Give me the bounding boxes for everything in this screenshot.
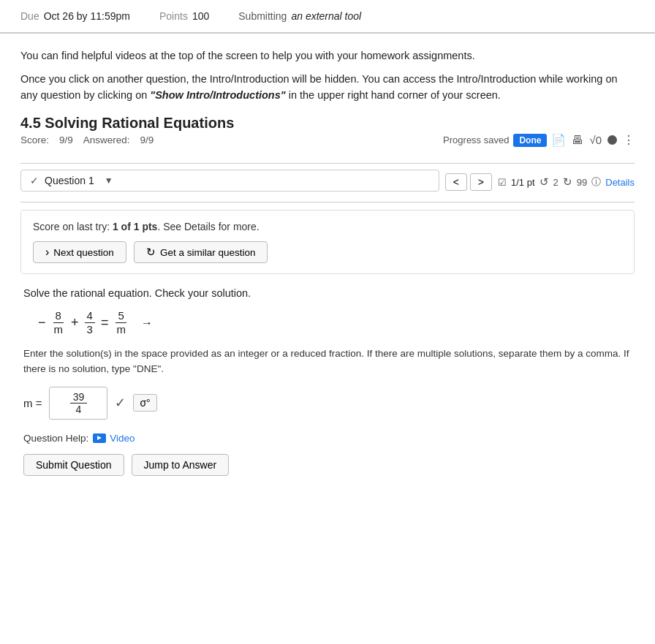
sqrt-icon: √0 [589,134,602,146]
sigma-button[interactable]: σ° [133,394,156,412]
answer-row: m = 39 4 ✓ σ° [23,387,632,420]
title-score-col: 4.5 Solving Rational Equations Score: 9/… [20,115,635,157]
equals-sign: = [101,315,109,330]
score-line: Score: 9/9 Answered: 9/9 Progress saved … [20,133,635,147]
video-label: Video [110,433,135,444]
frac2: 4 3 [85,309,95,336]
score-try-pre: Score on last try: [33,221,113,232]
frac1: 8 m [52,309,66,336]
info-line1: You can find helpful videos at the top o… [20,48,635,64]
answer-den: 4 [73,404,85,415]
due-label: Due [20,10,39,22]
jump-to-answer-button[interactable]: Jump to Answer [132,454,230,476]
cursor-arrow-icon: → [141,317,153,330]
plus-sign: + [71,315,79,330]
answered-value: 9/9 [140,135,154,145]
answered-label: Answered: [83,135,130,145]
score-try-text: Score on last try: 1 of 1 pts. See Detai… [33,221,622,232]
info-icon[interactable]: ⓘ [591,175,601,189]
similar-icon: ↻ [146,246,156,259]
done-badge[interactable]: Done [513,134,547,147]
content-area: You can find helpful videos at the top o… [0,34,655,476]
nav-buttons: < > [445,173,492,191]
more-options-icon[interactable]: ⋮ [623,133,635,147]
answer-fraction: 39 4 [70,391,88,415]
action-buttons: › Next question ↻ Get a similar question [33,241,622,263]
answer-num: 39 [70,391,88,404]
progress-saved: Progress saved Done 📄 🖶 √0 ⋮ [443,133,635,147]
next-question-label: Next question [53,247,114,258]
due-value: Oct 26 by 11:59pm [44,10,130,22]
info-line2-post: in the upper right hand corner of your s… [286,89,501,101]
info-line2-link: "Show Intro/Introductions" [150,89,285,101]
score-try-post: . See Details for more. [157,221,259,232]
next-question-nav-button[interactable]: > [470,173,492,191]
details-link[interactable]: Details [605,177,635,188]
next-question-button[interactable]: › Next question [33,241,126,263]
next-icon: › [45,246,49,259]
header-bar: Due Oct 26 by 11:59pm Points 100 Submitt… [0,0,655,33]
points-label: Points [159,10,188,22]
submitting-item: Submitting an external tool [238,10,361,22]
points-value: 100 [192,10,209,22]
similar-question-label: Get a similar question [160,247,256,258]
retry-count: 2 [553,177,559,188]
frac3-den: m [114,323,128,336]
section-title: 4.5 Solving Rational Equations [20,115,635,132]
m-label: m = [23,397,42,409]
due-date-item: Due Oct 26 by 11:59pm [20,10,130,22]
frac2-den: 3 [85,323,95,336]
problem-instruction: Solve the rational equation. Check your … [23,287,632,299]
question-meta: ☑ 1/1 pt ↺ 2 ↻ 99 ⓘ Details [498,175,635,189]
circle-icon [607,135,617,145]
submit-question-button[interactable]: Submit Question [23,454,124,476]
info-line2: Once you click on another question, the … [20,72,635,104]
question-help-label: Question Help: [23,433,88,444]
undo-icon[interactable]: ↺ [539,175,549,189]
check-mark-icon: ✓ [30,175,39,186]
question-selector-bar[interactable]: ✓ Question 1 ▼ [20,170,439,192]
answer-box[interactable]: 39 4 [49,387,107,420]
bottom-buttons: Submit Question Jump to Answer [23,454,632,476]
solution-text: Enter the solution(s) in the space provi… [23,346,632,376]
frac1-den: m [52,323,66,336]
score-try-score: 1 of 1 pts [113,221,157,232]
refresh-count: 99 [577,177,587,188]
points-item: Points 100 [159,10,209,22]
score-try-section: Score on last try: 1 of 1 pts. See Detai… [20,210,635,274]
submitting-label: Submitting [238,10,287,22]
neg-sign: − [38,315,46,330]
frac2-num: 4 [85,309,95,323]
frac1-num: 8 [53,309,64,323]
prev-question-button[interactable]: < [445,173,467,191]
checkbox-icon: ☑ [498,177,507,188]
frac3: 5 m [114,309,128,336]
similar-question-button[interactable]: ↻ Get a similar question [134,241,268,263]
question-divider [20,202,635,202]
pts-text: 1/1 pt [511,177,535,188]
progress-text: Progress saved [443,135,509,145]
frac3-num: 5 [116,309,126,323]
equation-display: − 8 m + 4 3 = 5 m → [38,309,632,336]
score-value: 9/9 [59,135,73,145]
question-label: Question 1 [45,175,94,186]
submitting-value: an external tool [291,10,361,22]
section-header-row: 4.5 Solving Rational Equations Score: 9/… [20,115,635,157]
question-help: Question Help: Video [23,433,632,444]
question-bar: ✓ Question 1 ▼ < > ☑ 1/1 pt ↺ 2 ↻ 99 ⓘ D… [20,164,635,200]
print-icon[interactable]: 🖶 [572,134,583,147]
refresh-icon[interactable]: ↻ [563,175,572,189]
toolbar-icons: 📄 🖶 √0 ⋮ [551,133,635,147]
save-icon[interactable]: 📄 [551,133,566,147]
video-link[interactable]: Video [93,433,135,444]
dropdown-arrow-icon[interactable]: ▼ [105,175,113,186]
check-answer-button[interactable]: ✓ [115,395,126,411]
video-icon [93,433,106,443]
info-block: You can find helpful videos at the top o… [20,48,635,103]
score-label: Score: [20,135,49,145]
problem-section: Solve the rational equation. Check your … [20,287,635,476]
